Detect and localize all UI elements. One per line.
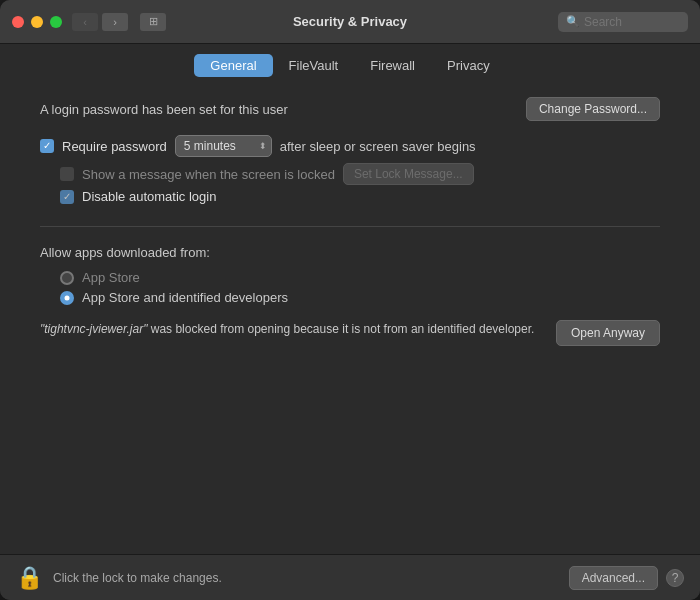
change-password-button[interactable]: Change Password...: [526, 97, 660, 121]
content-area: A login password has been set for this u…: [0, 83, 700, 554]
checkmark-icon: ✓: [63, 192, 71, 202]
tab-filevault[interactable]: FileVault: [273, 54, 355, 77]
minimize-button[interactable]: [31, 16, 43, 28]
search-box[interactable]: 🔍: [558, 12, 688, 32]
close-button[interactable]: [12, 16, 24, 28]
require-password-label: Require password: [62, 139, 167, 154]
app-store-radio-row: App Store: [60, 270, 660, 285]
show-message-row: Show a message when the screen is locked…: [60, 163, 660, 185]
app-store-label: App Store: [82, 270, 140, 285]
section-divider: [40, 226, 660, 227]
forward-button[interactable]: ›: [102, 13, 128, 31]
login-password-section: A login password has been set for this u…: [40, 97, 660, 121]
bottom-right-controls: Advanced... ?: [569, 566, 684, 590]
lock-text: Click the lock to make changes.: [53, 571, 222, 585]
require-password-checkbox[interactable]: ✓: [40, 139, 54, 153]
lock-section: 🔒 Click the lock to make changes.: [16, 565, 222, 591]
password-timing-select[interactable]: 5 minutes immediately 5 seconds 1 minute…: [175, 135, 272, 157]
app-store-identified-radio-row: App Store and identified developers: [60, 290, 660, 305]
disable-auto-login-label: Disable automatic login: [82, 189, 216, 204]
chevron-right-icon: ›: [113, 16, 117, 28]
show-message-checkbox[interactable]: [60, 167, 74, 181]
login-password-text: A login password has been set for this u…: [40, 102, 514, 117]
search-icon: 🔍: [566, 15, 580, 28]
back-button[interactable]: ‹: [72, 13, 98, 31]
downloads-section-label: Allow apps downloaded from:: [40, 245, 660, 260]
grid-icon: ⊞: [149, 15, 158, 28]
disable-auto-login-checkbox[interactable]: ✓: [60, 190, 74, 204]
open-anyway-button[interactable]: Open Anyway: [556, 320, 660, 346]
password-timing-select-wrapper: 5 minutes immediately 5 seconds 1 minute…: [175, 135, 272, 157]
tab-bar: General FileVault Firewall Privacy: [0, 44, 700, 83]
blocked-filename: "tightvnc-jviewer.jar": [40, 322, 147, 336]
chevron-left-icon: ‹: [83, 16, 87, 28]
search-input[interactable]: [584, 15, 680, 29]
checkmark-icon: ✓: [43, 141, 51, 151]
window-title: Security & Privacy: [293, 14, 407, 29]
help-button[interactable]: ?: [666, 569, 684, 587]
after-sleep-text: after sleep or screen saver begins: [280, 139, 476, 154]
titlebar: ‹ › ⊞ Security & Privacy 🔍: [0, 0, 700, 44]
require-password-row: ✓ Require password 5 minutes immediately…: [40, 135, 660, 157]
traffic-lights: [12, 16, 62, 28]
grid-button[interactable]: ⊞: [140, 13, 166, 31]
security-privacy-window: ‹ › ⊞ Security & Privacy 🔍 General FileV…: [0, 0, 700, 600]
advanced-button[interactable]: Advanced...: [569, 566, 658, 590]
blocked-text: "tightvnc-jviewer.jar" was blocked from …: [40, 320, 544, 338]
nav-buttons: ‹ ›: [72, 13, 128, 31]
tab-firewall[interactable]: Firewall: [354, 54, 431, 77]
tab-general[interactable]: General: [194, 54, 272, 77]
app-store-radio[interactable]: [60, 271, 74, 285]
app-store-identified-label: App Store and identified developers: [82, 290, 288, 305]
app-store-identified-radio[interactable]: [60, 291, 74, 305]
maximize-button[interactable]: [50, 16, 62, 28]
show-message-label: Show a message when the screen is locked: [82, 167, 335, 182]
tab-privacy[interactable]: Privacy: [431, 54, 506, 77]
lock-icon[interactable]: 🔒: [16, 565, 43, 591]
disable-auto-login-row: ✓ Disable automatic login: [60, 189, 660, 204]
blocked-message-row: "tightvnc-jviewer.jar" was blocked from …: [40, 320, 660, 346]
bottombar: 🔒 Click the lock to make changes. Advanc…: [0, 554, 700, 600]
set-lock-message-button[interactable]: Set Lock Message...: [343, 163, 474, 185]
